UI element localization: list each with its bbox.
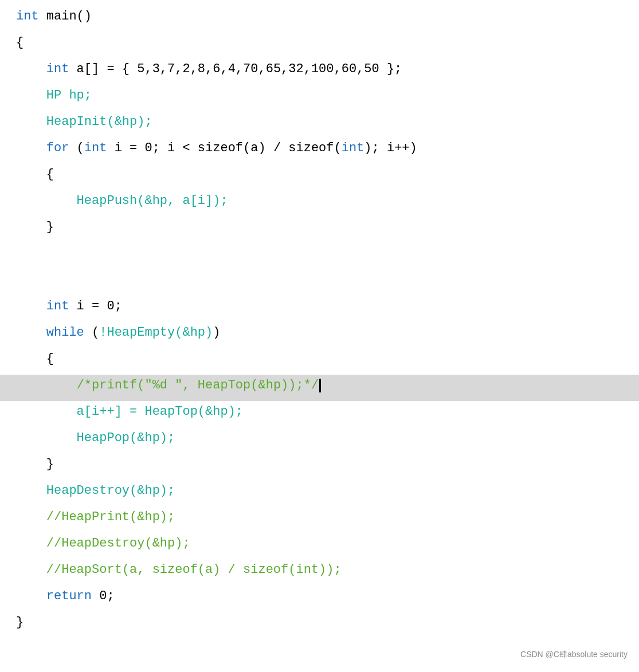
- text: (: [84, 325, 99, 340]
- code-content-3: int a[] = { 5,3,7,2,8,6,4,70,65,32,100,6…: [10, 60, 639, 78]
- code-line-5: HeapInit(&hp);: [0, 111, 639, 137]
- keyword-int: int: [46, 299, 69, 313]
- code-line-2: {: [0, 32, 639, 58]
- gutter-20: [0, 508, 10, 509]
- comment-text: //HeapDestroy(&hp);: [16, 536, 190, 551]
- code-content-9: }: [10, 218, 639, 237]
- code-line-8: HeapPush(&hp, a[i]);: [0, 190, 639, 217]
- gutter-11: [0, 270, 10, 272]
- code-line-24: }: [0, 612, 639, 638]
- code-line-11: [0, 269, 639, 296]
- text: 0;: [92, 589, 115, 603]
- text: HeapInit(&hp);: [16, 115, 152, 129]
- keyword-int2: int: [342, 141, 364, 155]
- keyword-int: int: [84, 141, 107, 155]
- text: (: [69, 141, 84, 155]
- code-line-18: }: [0, 454, 639, 480]
- text: i = 0;: [69, 299, 121, 313]
- code-container: int main() { int a[] = { 5,3,7,2,8,6,4,7…: [0, 0, 639, 672]
- text: a[] = { 5,3,7,2,8,6,4,70,65,32,100,60,50…: [69, 62, 402, 76]
- code-line-9: }: [0, 217, 639, 243]
- text: }: [16, 615, 23, 630]
- code-content-23: return 0;: [10, 587, 639, 606]
- code-content-4: HP hp;: [10, 86, 639, 105]
- code-content-5: HeapInit(&hp);: [10, 112, 639, 131]
- gutter-21: [0, 534, 10, 535]
- code-line-22: //HeapSort(a, sizeof(a) / sizeof(int));: [0, 559, 639, 585]
- comment-text: //HeapPrint(&hp);: [16, 510, 175, 524]
- keyword-int: int: [16, 9, 39, 23]
- code-content-20: //HeapPrint(&hp);: [10, 508, 639, 526]
- code-content-18: }: [10, 455, 639, 474]
- code-content-10: [10, 244, 639, 263]
- text: a[i++] = HeapTop(&hp);: [16, 404, 243, 419]
- gutter-1: [0, 7, 10, 8]
- gutter-9: [0, 218, 10, 219]
- keyword-for: for: [46, 141, 69, 155]
- code-content-19: HeapDestroy(&hp);: [10, 481, 639, 500]
- code-content-12: int i = 0;: [10, 297, 639, 316]
- code-line-6: for (int i = 0; i < sizeof(a) / sizeof(i…: [0, 137, 639, 164]
- gutter-15: [0, 376, 10, 377]
- code-content-11: [10, 270, 639, 289]
- gutter-17: [0, 429, 10, 430]
- gutter-16: [0, 402, 10, 403]
- keyword-return: return: [46, 589, 92, 603]
- code-line-10: [0, 243, 639, 269]
- gutter-6: [0, 139, 10, 140]
- code-content-7: {: [10, 165, 639, 184]
- text: ): [213, 325, 220, 340]
- code-content-13: while (!HeapEmpty(&hp)): [10, 323, 639, 342]
- text-cursor: [319, 379, 321, 392]
- code-content-22: //HeapSort(a, sizeof(a) / sizeof(int));: [10, 560, 639, 579]
- gutter-14: [0, 349, 10, 351]
- text: }: [16, 457, 54, 471]
- code-line-17: HeapPop(&hp);: [0, 427, 639, 454]
- gutter-4: [0, 86, 10, 87]
- gutter-7: [0, 165, 10, 166]
- code-content-8: HeapPush(&hp, a[i]);: [10, 191, 639, 210]
- gutter-2: [0, 33, 10, 34]
- code-line-23: return 0;: [0, 585, 639, 612]
- text: }: [16, 220, 54, 234]
- gutter-19: [0, 481, 10, 482]
- keyword-int: int: [46, 62, 69, 76]
- gutter-10: [0, 244, 10, 245]
- code-content-1: int main(): [10, 7, 639, 26]
- gutter-18: [0, 455, 10, 456]
- code-content-17: HeapPop(&hp);: [10, 429, 639, 447]
- gutter-13: [0, 323, 10, 324]
- text: [16, 589, 46, 603]
- text: !HeapEmpty(&hp): [99, 325, 213, 340]
- comment-text: //HeapSort(a, sizeof(a) / sizeof(int));: [16, 563, 342, 577]
- text: {: [16, 352, 54, 366]
- text: [16, 141, 46, 155]
- text: {: [16, 36, 23, 50]
- text: HeapPop(&hp);: [16, 431, 175, 445]
- watermark: CSDN @C肆absolute security: [520, 649, 628, 661]
- code-content-14: {: [10, 349, 639, 368]
- code-line-13: while (!HeapEmpty(&hp)): [0, 322, 639, 348]
- code-line-3: int a[] = { 5,3,7,2,8,6,4,70,65,32,100,6…: [0, 58, 639, 85]
- keyword-while: while: [46, 325, 84, 340]
- code-line-20: //HeapPrint(&hp);: [0, 506, 639, 533]
- code-content-6: for (int i = 0; i < sizeof(a) / sizeof(i…: [10, 139, 639, 158]
- code-line-15: /*printf("%d ", HeapTop(&hp));*/: [0, 375, 639, 401]
- gutter-23: [0, 587, 10, 588]
- gutter-12: [0, 297, 10, 298]
- code-line-12: int i = 0;: [0, 296, 639, 322]
- code-line-7: {: [0, 164, 639, 190]
- code-line-4: HP hp;: [0, 85, 639, 111]
- text: main(): [39, 9, 92, 23]
- text: ); i++): [364, 141, 417, 155]
- text: [16, 325, 46, 340]
- text: [16, 378, 77, 392]
- code-content-24: }: [10, 613, 639, 632]
- gutter-5: [0, 112, 10, 113]
- code-content-2: {: [10, 33, 639, 52]
- code-line-14: {: [0, 348, 639, 375]
- text: [16, 62, 46, 76]
- gutter-24: [0, 613, 10, 614]
- code-line-21: //HeapDestroy(&hp);: [0, 533, 639, 559]
- code-line-1: int main(): [0, 6, 639, 32]
